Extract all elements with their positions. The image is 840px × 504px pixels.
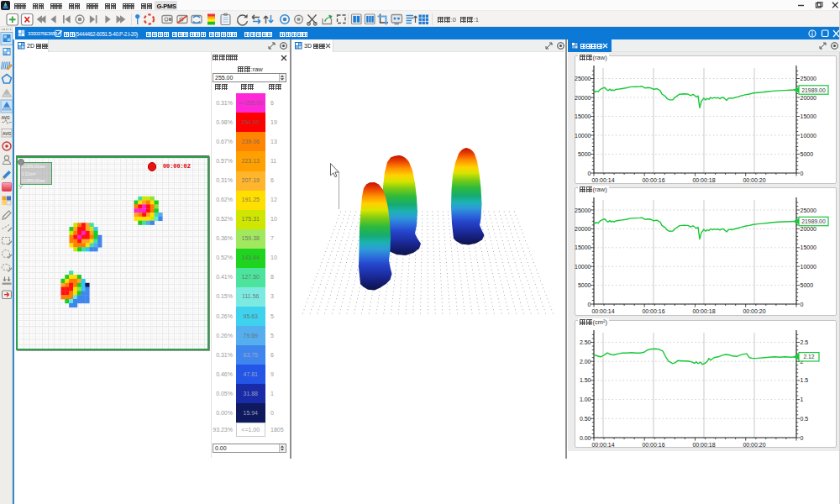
svg-text:2.00: 2.00 [580, 359, 591, 365]
svg-text:00:00:14: 00:00:14 [591, 308, 614, 314]
svg-text:00:00:20: 00:00:20 [743, 442, 765, 448]
svg-text:00:00:18: 00:00:18 [692, 442, 715, 448]
svg-text:21989.00: 21989.00 [801, 218, 826, 224]
svg-text:1.00: 1.00 [580, 396, 591, 402]
svg-text:0: 0 [801, 302, 804, 307]
svg-text:0.5: 0.5 [801, 416, 809, 422]
svg-text:0: 0 [801, 435, 804, 441]
svg-text:0.50: 0.50 [580, 416, 591, 422]
svg-text:10000: 10000 [575, 133, 591, 139]
svg-text:10000: 10000 [575, 264, 591, 270]
svg-text:15000: 15000 [801, 244, 817, 250]
svg-text:00:00:18: 00:00:18 [692, 308, 715, 314]
svg-text:10000: 10000 [801, 264, 817, 270]
svg-text:20000: 20000 [575, 226, 591, 232]
svg-text:00:00:20: 00:00:20 [743, 177, 765, 183]
svg-text:00:00:14: 00:00:14 [591, 442, 614, 448]
svg-text:0: 0 [801, 171, 804, 176]
svg-text:20000: 20000 [801, 226, 817, 232]
svg-text:2.50: 2.50 [580, 339, 591, 345]
svg-text:15000: 15000 [575, 113, 591, 119]
svg-text:00:00:16: 00:00:16 [642, 442, 664, 448]
svg-text:15000: 15000 [575, 244, 591, 250]
svg-text:20000: 20000 [575, 95, 591, 101]
svg-text:5000: 5000 [578, 151, 591, 157]
svg-text:25000: 25000 [575, 76, 591, 81]
svg-text:20000: 20000 [801, 95, 817, 101]
svg-text:0: 0 [588, 171, 591, 176]
svg-text:5000: 5000 [801, 151, 814, 157]
svg-text:10000: 10000 [801, 133, 817, 139]
svg-text:1.50: 1.50 [580, 377, 591, 383]
svg-text:5000: 5000 [801, 282, 814, 288]
svg-text:25000: 25000 [575, 207, 591, 213]
svg-text:21989.00: 21989.00 [801, 87, 826, 93]
svg-text:0: 0 [588, 302, 591, 307]
svg-text:5000: 5000 [578, 282, 591, 288]
svg-text:00:00:16: 00:00:16 [642, 308, 664, 314]
svg-text:00:00:16: 00:00:16 [642, 177, 664, 183]
svg-text:0.00: 0.00 [580, 435, 591, 441]
svg-text:1: 1 [801, 396, 804, 402]
svg-text:25000: 25000 [801, 207, 817, 213]
svg-text:25000: 25000 [801, 76, 817, 81]
svg-text:1.5: 1.5 [801, 377, 809, 383]
svg-text:00:00:20: 00:00:20 [743, 308, 765, 314]
svg-text:2.12: 2.12 [803, 354, 814, 360]
svg-text:00:00:18: 00:00:18 [692, 177, 715, 183]
svg-text:15000: 15000 [801, 113, 817, 119]
svg-text:2.5: 2.5 [801, 339, 809, 345]
svg-text:00:00:14: 00:00:14 [591, 177, 614, 183]
